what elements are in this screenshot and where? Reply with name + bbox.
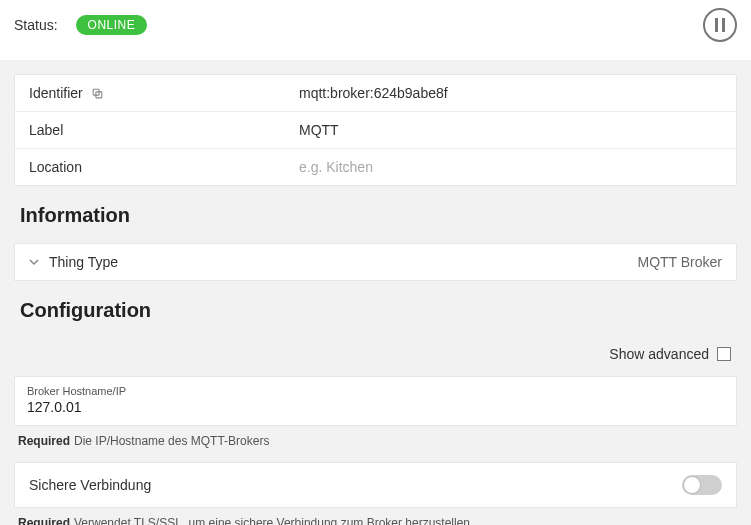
copy-icon[interactable] — [91, 87, 104, 100]
identifier-value: mqtt:broker:624b9abe8f — [299, 85, 722, 101]
thing-type-value: MQTT Broker — [637, 254, 722, 270]
secure-connection-help: RequiredVerwendet TLS/SSL, um eine siche… — [14, 508, 737, 525]
label-value[interactable]: MQTT — [299, 122, 722, 138]
chevron-down-icon — [29, 257, 39, 267]
section-heading-information: Information — [14, 186, 737, 243]
secure-connection-toggle[interactable] — [682, 475, 722, 495]
show-advanced-checkbox[interactable] — [717, 347, 731, 361]
pause-button[interactable] — [703, 8, 737, 42]
secure-connection-label: Sichere Verbindung — [29, 477, 151, 493]
broker-hostname-field[interactable]: Broker Hostname/IP 127.0.01 — [14, 376, 737, 426]
property-row-location: Location e.g. Kitchen — [15, 149, 736, 185]
location-input[interactable]: e.g. Kitchen — [299, 159, 722, 175]
section-heading-configuration: Configuration — [14, 281, 737, 338]
broker-hostname-help: RequiredDie IP/Hostname des MQTT-Brokers — [14, 426, 737, 462]
location-key: Location — [29, 159, 82, 175]
show-advanced-label: Show advanced — [609, 346, 709, 362]
thing-type-label: Thing Type — [49, 254, 118, 270]
status-label: Status: — [14, 17, 58, 33]
status-badge: ONLINE — [76, 15, 148, 35]
broker-hostname-value[interactable]: 127.0.01 — [27, 399, 724, 415]
property-row-identifier: Identifier mqtt:broker:624b9abe8f — [15, 75, 736, 112]
properties-table: Identifier mqtt:broker:624b9abe8f Label … — [14, 74, 737, 186]
broker-hostname-label: Broker Hostname/IP — [27, 385, 724, 397]
thing-type-row[interactable]: Thing Type MQTT Broker — [14, 243, 737, 281]
label-key: Label — [29, 122, 63, 138]
property-row-label: Label MQTT — [15, 112, 736, 149]
secure-connection-row: Sichere Verbindung — [14, 462, 737, 508]
identifier-key: Identifier — [29, 85, 83, 101]
pause-icon — [715, 18, 725, 32]
